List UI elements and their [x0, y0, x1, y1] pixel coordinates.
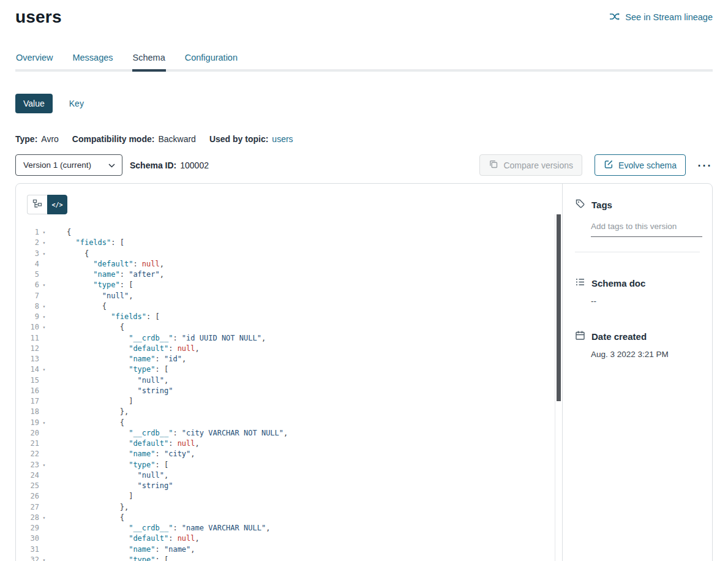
code-line: 11 "__crdb__": "id UUID NOT NULL", — [16, 333, 562, 344]
schema-meta-row: Type: Avro Compatibility mode: Backward … — [15, 134, 713, 144]
code-line: 3▾ { — [16, 249, 562, 259]
tab-configuration[interactable]: Configuration — [184, 53, 238, 69]
value-key-toggle: Value Key — [15, 94, 713, 113]
line-number: 13 — [16, 354, 39, 364]
code-text: "__crdb__": "city VARCHAR NOT NULL", — [67, 428, 288, 439]
schema-id-label: Schema ID: — [130, 160, 176, 170]
line-number: 27 — [16, 502, 39, 513]
fold-spacer — [39, 502, 49, 513]
compare-icon — [489, 159, 498, 171]
page-header: users See in Stream lineage — [15, 0, 713, 27]
fold-toggle-icon[interactable]: ▾ — [39, 460, 49, 470]
tab-messages[interactable]: Messages — [72, 53, 113, 69]
tree-view-button[interactable] — [27, 195, 47, 214]
code-view-button[interactable]: </> — [47, 195, 67, 214]
compare-versions-button[interactable]: Compare versions — [479, 154, 582, 176]
line-number: 4 — [16, 259, 39, 269]
code-text: "fields": [ — [67, 312, 160, 322]
schema-doc-title: Schema doc — [591, 278, 645, 288]
date-created-value: Aug. 3 2022 3:21 PM — [591, 350, 700, 359]
line-number: 15 — [16, 375, 39, 386]
code-text: "type": [ — [67, 555, 168, 561]
code-text: "__crdb__": "id UUID NOT NULL", — [67, 333, 266, 344]
fold-spacer — [39, 344, 49, 354]
add-tags-input[interactable] — [591, 220, 702, 237]
code-line: 9▾ "fields": [ — [16, 312, 562, 322]
fold-spacer — [39, 375, 49, 386]
line-number: 24 — [16, 470, 39, 481]
fold-toggle-icon[interactable]: ▾ — [39, 301, 49, 312]
code-text: "type": [ — [67, 364, 168, 375]
line-number: 25 — [16, 481, 39, 491]
evolve-schema-label: Evolve schema — [618, 160, 677, 170]
stream-lineage-label: See in Stream lineage — [625, 12, 713, 22]
code-text: "default": null, — [67, 439, 200, 449]
fold-toggle-icon[interactable]: ▾ — [39, 280, 49, 290]
evolve-schema-button[interactable]: Evolve schema — [595, 154, 686, 176]
code-text: "fields": [ — [67, 238, 124, 248]
code-line: 2▾ "fields": [ — [16, 238, 562, 248]
fold-spacer — [39, 544, 49, 555]
line-number: 28 — [16, 513, 39, 523]
code-line: 15 "null", — [16, 375, 562, 386]
stream-lineage-link[interactable]: See in Stream lineage — [609, 11, 713, 24]
code-line: 4 "default": null, — [16, 259, 562, 269]
code-text: "default": null, — [67, 259, 164, 269]
more-options-button[interactable]: ⋯ — [696, 159, 713, 171]
date-created-section: Date created Aug. 3 2022 3:21 PM — [575, 330, 700, 359]
fold-spacer — [39, 533, 49, 544]
fold-spacer — [39, 439, 49, 449]
code-line: 8▾ { — [16, 301, 562, 312]
fold-toggle-icon[interactable]: ▾ — [39, 513, 49, 523]
line-number: 16 — [16, 386, 39, 396]
code-line: 21 "default": null, — [16, 439, 562, 449]
fold-spacer — [39, 396, 49, 407]
compatibility-mode: Compatibility mode: Backward — [72, 134, 196, 144]
schema-type-label: Type: — [15, 134, 37, 144]
fold-toggle-icon[interactable]: ▾ — [39, 322, 49, 333]
line-number: 12 — [16, 344, 39, 354]
code-line: 1▾{ — [16, 227, 562, 238]
fold-toggle-icon[interactable]: ▾ — [39, 364, 49, 375]
fold-toggle-icon[interactable]: ▾ — [39, 238, 49, 248]
line-number: 18 — [16, 407, 39, 417]
fold-toggle-icon[interactable]: ▾ — [39, 418, 49, 428]
line-number: 20 — [16, 428, 39, 439]
code-text: "name": "after", — [67, 269, 164, 280]
tab-schema[interactable]: Schema — [132, 53, 166, 72]
schema-doc-header: Schema doc — [575, 277, 700, 289]
fold-toggle-icon[interactable]: ▾ — [39, 227, 49, 238]
code-text: "name": "name", — [67, 544, 195, 555]
editor-scrollbar[interactable] — [555, 214, 562, 561]
code-lines: 1▾{2▾ "fields": [3▾ {4 "default": null,5… — [16, 227, 562, 561]
code-text: ] — [67, 396, 133, 407]
schema-controls-row: Version 1 (current) Schema ID: 100002 Co… — [15, 154, 713, 176]
code-editor-viewport[interactable]: 1▾{2▾ "fields": [3▾ {4 "default": null,5… — [16, 214, 562, 561]
code-line: 5 "name": "after", — [16, 269, 562, 280]
compatibility-mode-value: Backward — [158, 134, 195, 144]
line-number: 8 — [16, 301, 39, 312]
code-line: 23▾ "type": [ — [16, 460, 562, 470]
fold-toggle-icon[interactable]: ▾ — [39, 312, 49, 322]
code-line: 7 "null", — [16, 291, 562, 301]
code-text: "string" — [67, 481, 173, 491]
line-number: 11 — [16, 333, 39, 344]
scrollbar-thumb[interactable] — [557, 214, 561, 401]
topic-link[interactable]: users — [272, 134, 293, 144]
date-created-header: Date created — [575, 330, 700, 342]
schema-panel: </> 1▾{2▾ "fields": [3▾ {4 "default": nu… — [15, 183, 713, 561]
tab-overview[interactable]: Overview — [15, 53, 53, 69]
line-number: 14 — [16, 364, 39, 375]
fold-toggle-icon[interactable]: ▾ — [39, 555, 49, 561]
version-select[interactable]: Version 1 (current) — [15, 154, 122, 176]
value-toggle-button[interactable]: Value — [15, 94, 53, 113]
schema-details-sidebar: Tags Schema doc -- — [562, 184, 712, 561]
fold-spacer — [39, 354, 49, 364]
code-text: "string" — [67, 386, 173, 396]
fold-toggle-icon[interactable]: ▾ — [39, 249, 49, 259]
line-number: 21 — [16, 439, 39, 449]
sidebar-divider — [575, 252, 700, 252]
code-line: 18 }, — [16, 407, 562, 417]
key-toggle-link[interactable]: Key — [69, 99, 84, 108]
line-number: 5 — [16, 269, 39, 280]
